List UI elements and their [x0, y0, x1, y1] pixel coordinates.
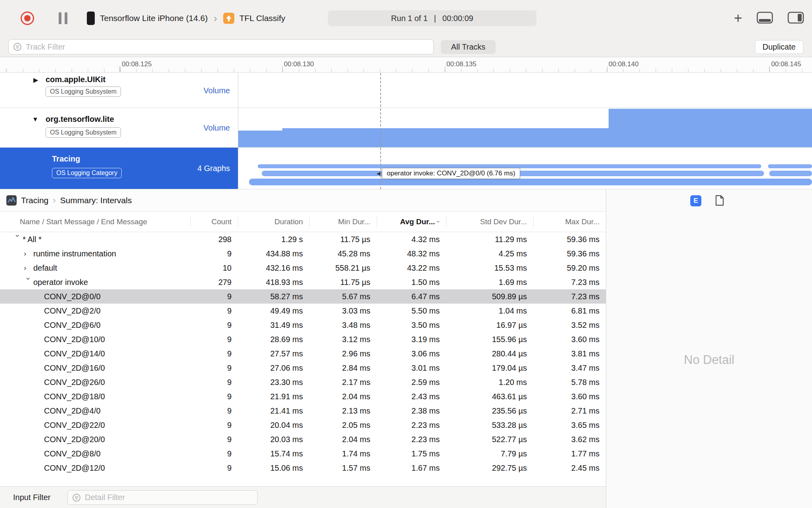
target-selector[interactable]: Tensorflow Lite iPhone (14.6) › TFL Clas… — [87, 0, 285, 37]
all-tracks-button[interactable]: All Tracks — [441, 40, 496, 54]
run-status-display[interactable]: Run 1 of 1 | 00:00:09 — [328, 10, 536, 26]
table-row[interactable]: ›* All *2981.29 s11.75 µs4.32 ms11.29 ms… — [0, 232, 606, 246]
table-row[interactable]: CONV_2D@0/0958.27 ms5.67 ms6.47 ms509.89… — [0, 289, 606, 304]
table-row[interactable]: CONV_2D@8/0915.74 ms1.74 ms1.75 ms7.79 µ… — [0, 446, 606, 461]
toggle-right-pane-button[interactable] — [787, 12, 804, 25]
cell-max: 3.65 ms — [533, 418, 606, 432]
table-row[interactable]: CONV_2D@18/0921.91 ms2.04 ms2.43 ms463.6… — [0, 389, 606, 404]
cell-std: 1.20 ms — [446, 375, 533, 389]
sort-chevron-icon: › — [435, 221, 442, 223]
table-row[interactable]: ›operator invoke279418.93 ms11.75 µs1.50… — [0, 275, 606, 289]
cell-max: 5.78 ms — [533, 375, 606, 389]
cell-count: 9 — [190, 418, 238, 432]
cell-count: 9 — [190, 332, 238, 346]
column-header-duration[interactable]: Duration — [238, 212, 309, 232]
pause-button[interactable] — [59, 0, 67, 37]
run-label: Run 1 of 1 — [391, 14, 427, 23]
cell-min: 2.17 ms — [309, 375, 377, 389]
column-header-name[interactable]: Name / Start Message / End Message — [0, 212, 190, 232]
cell-avg: 2.38 ms — [377, 404, 446, 418]
disclosure-collapsed-icon[interactable]: ▶ — [33, 76, 38, 84]
track-lane-uikit[interactable] — [238, 73, 812, 108]
cell-duration: 20.03 ms — [238, 432, 309, 446]
track-lane-tensorflow[interactable] — [238, 108, 812, 147]
cell-count: 298 — [190, 232, 238, 246]
track-header-tensorflow[interactable]: ▼ org.tensorflow.lite OS Logging Subsyst… — [0, 108, 238, 147]
ruler-tick-label: 00:08.125 — [122, 60, 152, 68]
cell-avg: 1.50 ms — [377, 275, 446, 289]
inspector-panel: E No Detail — [606, 189, 812, 508]
table-row[interactable]: CONV_2D@4/0921.41 ms2.13 ms2.38 ms235.56… — [0, 404, 606, 418]
table-row[interactable]: CONV_2D@14/0927.57 ms2.96 ms3.06 ms280.4… — [0, 346, 606, 361]
cell-min: 11.75 µs — [309, 275, 377, 289]
cell-avg: 4.32 ms — [377, 232, 446, 246]
duplicate-button[interactable]: Duplicate — [755, 40, 803, 54]
cell-max: 2.71 ms — [533, 404, 606, 418]
row-disclosure-icon[interactable]: › — [24, 264, 33, 272]
cell-avg: 1.75 ms — [377, 446, 446, 461]
interval-tooltip: ◀ operator invoke: CONV_2D@0/0 (6.76 ms) — [377, 168, 520, 179]
track-meta: Volume — [203, 86, 230, 95]
track-row-uikit[interactable]: ▶ com.apple.UIKit OS Logging Subsystem V… — [0, 73, 812, 108]
table-row[interactable]: ›default10432.16 ms558.21 µs43.22 ms15.5… — [0, 261, 606, 275]
extended-detail-button[interactable]: E — [690, 195, 701, 206]
cell-std: 522.77 µs — [446, 432, 533, 446]
row-name-cell: CONV_2D@22/0 — [0, 418, 190, 432]
intervals-table: Name / Start Message / End Message Count… — [0, 212, 606, 475]
column-header-avg[interactable]: Avg Dur... › — [377, 212, 446, 232]
track-lane-tracing[interactable] — [238, 148, 812, 189]
breadcrumb-page[interactable]: Summary: Intervals — [60, 196, 132, 205]
table-row[interactable]: CONV_2D@6/0931.49 ms3.48 ms3.50 ms16.97 … — [0, 318, 606, 332]
document-button[interactable] — [715, 195, 724, 208]
cell-duration: 1.29 s — [238, 232, 309, 246]
cell-std: 179.04 µs — [446, 361, 533, 375]
cell-max: 6.81 ms — [533, 304, 606, 318]
row-name-cell: CONV_2D@6/0 — [0, 318, 190, 332]
row-name-cell: ›default — [0, 261, 190, 275]
track-filter-input[interactable] — [26, 42, 429, 52]
track-row-tensorflow[interactable]: ▼ org.tensorflow.lite OS Logging Subsyst… — [0, 108, 812, 148]
row-name: default — [33, 264, 57, 273]
cell-max: 3.62 ms — [533, 432, 606, 446]
row-name-cell: CONV_2D@4/0 — [0, 404, 190, 418]
detail-filter-field[interactable] — [67, 490, 258, 505]
instruments-window: Tensorflow Lite iPhone (14.6) › TFL Clas… — [0, 0, 812, 508]
row-name-cell: CONV_2D@18/0 — [0, 389, 190, 404]
table-row[interactable]: CONV_2D@26/0923.30 ms2.17 ms2.59 ms1.20 … — [0, 375, 606, 389]
column-header-count[interactable]: Count — [190, 212, 238, 232]
column-header-stddev[interactable]: Std Dev Dur... — [446, 212, 533, 232]
add-instrument-button[interactable]: + — [734, 11, 742, 25]
cell-min: 2.84 ms — [309, 361, 377, 375]
track-header-tracing-selected[interactable]: Tracing OS Logging Category 4 Graphs — [0, 148, 238, 189]
table-row[interactable]: CONV_2D@12/0915.06 ms1.57 ms1.67 ms292.7… — [0, 461, 606, 475]
row-disclosure-icon[interactable]: › — [13, 235, 22, 244]
iphone-device-icon — [87, 12, 95, 25]
disclosure-expanded-icon[interactable]: ▼ — [32, 116, 38, 123]
filter-icon — [72, 493, 81, 502]
cell-duration: 20.04 ms — [238, 418, 309, 432]
column-header-max[interactable]: Max Dur... — [533, 212, 606, 232]
track-filter-field[interactable] — [8, 39, 434, 54]
toolbar: Tensorflow Lite iPhone (14.6) › TFL Clas… — [0, 0, 812, 37]
track-header-uikit[interactable]: ▶ com.apple.UIKit OS Logging Subsystem V… — [0, 73, 238, 108]
tooltip-arrow-icon: ◀ — [377, 171, 380, 176]
cell-duration: 21.41 ms — [238, 404, 309, 418]
bottom-bar: Input Filter — [0, 486, 606, 508]
toggle-bottom-pane-button[interactable] — [756, 12, 773, 25]
table-row[interactable]: CONV_2D@2/0949.49 ms3.03 ms5.50 ms1.04 m… — [0, 304, 606, 318]
detail-filter-input[interactable] — [85, 493, 253, 502]
table-row[interactable]: ›runtime instrumentation9434.88 ms45.28 … — [0, 246, 606, 261]
table-row[interactable]: CONV_2D@20/0920.03 ms2.04 ms2.23 ms522.7… — [0, 432, 606, 446]
table-row[interactable]: CONV_2D@22/0920.04 ms2.05 ms2.23 ms533.2… — [0, 418, 606, 432]
table-row[interactable]: CONV_2D@10/0928.69 ms3.12 ms3.19 ms155.9… — [0, 332, 606, 346]
cell-duration: 27.57 ms — [238, 346, 309, 361]
timeline-ruler[interactable]: 00:08.125 00:08.130 00:08.135 00:08.140 … — [0, 57, 812, 73]
row-disclosure-icon[interactable]: › — [24, 277, 33, 287]
row-disclosure-icon[interactable]: › — [24, 249, 33, 258]
column-header-min[interactable]: Min Dur... — [309, 212, 377, 232]
pane-divider[interactable] — [606, 189, 606, 508]
record-button[interactable] — [21, 0, 34, 37]
cell-std: 7.79 µs — [446, 446, 533, 461]
table-row[interactable]: CONV_2D@16/0927.06 ms2.84 ms3.01 ms179.0… — [0, 361, 606, 375]
breadcrumb-root[interactable]: Tracing — [21, 196, 48, 205]
